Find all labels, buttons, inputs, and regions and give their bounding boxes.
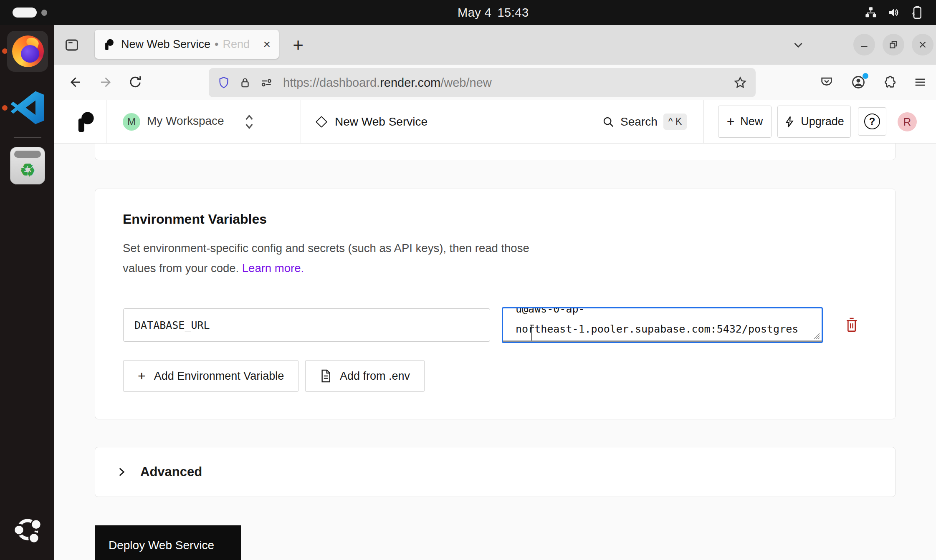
breadcrumb: New Web Service bbox=[317, 100, 428, 143]
firefox-view-icon bbox=[64, 37, 80, 53]
render-favicon-icon bbox=[103, 39, 114, 50]
header-divider bbox=[301, 100, 301, 143]
text-cursor bbox=[528, 324, 536, 342]
system-top-bar: May 4 15:43 bbox=[0, 0, 936, 25]
close-icon bbox=[917, 39, 928, 50]
network-icon[interactable] bbox=[864, 6, 878, 19]
env-value-textarea[interactable]: u@aws-0-ap- northeast-1.pooler.supabase.… bbox=[502, 307, 823, 343]
minimize-icon bbox=[859, 39, 870, 50]
window-close-button[interactable] bbox=[912, 34, 933, 55]
advanced-section-toggle[interactable]: Advanced bbox=[95, 447, 896, 497]
trash-icon bbox=[845, 317, 858, 333]
permissions-icon[interactable] bbox=[260, 76, 273, 89]
workspace-avatar: M bbox=[123, 113, 140, 131]
forward-icon bbox=[99, 75, 114, 90]
activities-pill[interactable] bbox=[13, 8, 37, 18]
delete-variable-button[interactable] bbox=[841, 314, 863, 336]
pocket-button[interactable] bbox=[815, 71, 838, 94]
screen: May 4 15:43 bbox=[0, 0, 936, 560]
tab-title: New Web Service•Rend bbox=[121, 38, 250, 51]
account-button[interactable] bbox=[847, 71, 870, 94]
render-logo-icon bbox=[75, 111, 95, 132]
back-icon bbox=[68, 75, 83, 90]
plus-icon: + bbox=[727, 114, 735, 129]
search-icon bbox=[602, 116, 615, 128]
active-tab[interactable]: New Web Service•Rend × bbox=[95, 30, 279, 59]
ubuntu-logo-icon bbox=[10, 512, 45, 547]
vscode-icon bbox=[10, 90, 46, 126]
workspace-switcher-button[interactable] bbox=[243, 113, 256, 131]
env-value-text: u@aws-0-ap- northeast-1.pooler.supabase.… bbox=[503, 308, 822, 342]
section-description: Set environment-specific config and secr… bbox=[123, 238, 529, 278]
minimize-button[interactable] bbox=[853, 34, 875, 55]
volume-icon[interactable] bbox=[887, 6, 900, 19]
search-shortcut-badge: ^ K bbox=[663, 114, 687, 130]
chevron-down-icon bbox=[791, 38, 805, 52]
firefox-view-button[interactable] bbox=[62, 35, 82, 55]
bookmark-star-button[interactable] bbox=[733, 76, 747, 90]
lock-icon[interactable] bbox=[239, 76, 251, 89]
dock-firefox-button[interactable] bbox=[7, 31, 48, 72]
extensions-puzzle-icon bbox=[882, 75, 896, 89]
env-key-input[interactable] bbox=[123, 308, 490, 342]
url-text: https://dashboard.render.com/web/new bbox=[283, 76, 492, 90]
learn-more-link[interactable]: Learn more. bbox=[242, 262, 304, 275]
recycle-icon: ♻ bbox=[10, 159, 45, 181]
list-tabs-button[interactable] bbox=[787, 35, 809, 55]
extensions-button[interactable] bbox=[878, 71, 901, 94]
dock-vscode-button[interactable] bbox=[10, 90, 46, 126]
user-avatar[interactable]: R bbox=[898, 112, 917, 131]
header-divider bbox=[106, 100, 106, 143]
maximize-button[interactable] bbox=[883, 34, 904, 55]
tab-close-icon[interactable]: × bbox=[263, 38, 271, 50]
back-button[interactable] bbox=[63, 71, 87, 94]
add-from-env-button[interactable]: Add from .env bbox=[305, 360, 425, 392]
upgrade-button[interactable]: Upgrade bbox=[777, 106, 851, 138]
header-divider bbox=[703, 100, 704, 143]
menu-button[interactable] bbox=[908, 71, 932, 94]
new-tab-button[interactable]: + bbox=[287, 34, 309, 56]
textarea-inner-border bbox=[503, 341, 822, 342]
forward-button[interactable] bbox=[94, 71, 118, 94]
page-content: Environment Variables Set environment-sp… bbox=[54, 144, 936, 560]
account-notification-dot bbox=[863, 73, 868, 79]
hamburger-menu-icon bbox=[913, 75, 927, 89]
plus-icon: + bbox=[138, 368, 146, 384]
firefox-window: New Web Service•Rend × + bbox=[54, 25, 936, 560]
workspace-name[interactable]: My Workspace bbox=[147, 114, 224, 128]
url-bar[interactable]: https://dashboard.render.com/web/new bbox=[209, 68, 756, 97]
environment-variables-card: Environment Variables Set environment-sp… bbox=[95, 189, 896, 419]
battery-icon[interactable] bbox=[909, 5, 924, 20]
search-button[interactable]: Search ^ K bbox=[602, 100, 687, 143]
search-label: Search bbox=[620, 115, 658, 129]
previous-card-bottom bbox=[95, 144, 896, 160]
navigation-bar: https://dashboard.render.com/web/new bbox=[54, 65, 936, 100]
app-header: M My Workspace New Web Service Sear bbox=[54, 100, 936, 144]
tab-bar: New Web Service•Rend × + bbox=[54, 25, 936, 65]
pocket-icon bbox=[820, 75, 834, 89]
page-title: New Web Service bbox=[335, 115, 428, 129]
clock-time: 15:43 bbox=[497, 6, 529, 20]
resize-handle-icon[interactable] bbox=[813, 332, 820, 340]
firefox-icon bbox=[12, 35, 44, 67]
dock-ubuntu-button[interactable] bbox=[10, 512, 45, 547]
deploy-web-service-button[interactable]: Deploy Web Service bbox=[95, 525, 241, 560]
shield-icon[interactable] bbox=[217, 76, 230, 89]
help-icon: ? bbox=[864, 114, 880, 129]
maximize-icon bbox=[888, 39, 899, 50]
workspace-indicator-dot bbox=[41, 10, 47, 16]
env-file-icon bbox=[320, 369, 331, 383]
dock: ♻ bbox=[0, 25, 54, 560]
star-icon bbox=[733, 76, 747, 90]
advanced-label: Advanced bbox=[140, 464, 202, 479]
reload-button[interactable] bbox=[124, 71, 147, 94]
help-button[interactable]: ? bbox=[858, 107, 886, 136]
chevron-right-icon bbox=[116, 466, 127, 478]
system-clock[interactable]: May 4 15:43 bbox=[458, 0, 529, 25]
up-down-chevron-icon bbox=[243, 113, 256, 131]
bolt-icon bbox=[784, 116, 795, 128]
dock-trash-button[interactable]: ♻ bbox=[10, 147, 45, 184]
add-environment-variable-button[interactable]: + Add Environment Variable bbox=[123, 360, 299, 392]
new-button[interactable]: + New bbox=[718, 106, 772, 138]
render-app: M My Workspace New Web Service Sear bbox=[54, 100, 936, 560]
